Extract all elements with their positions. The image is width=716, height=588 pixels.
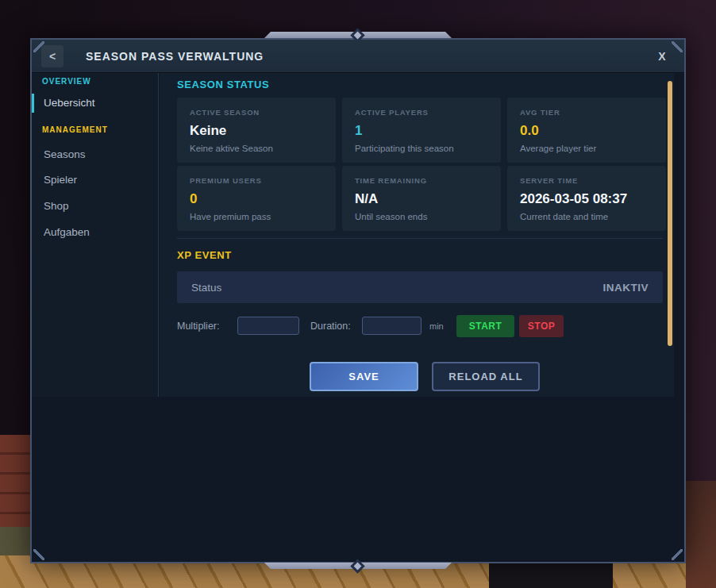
background-right-blocks [686,481,716,588]
sidebar: OVERVIEW Uebersicht MANAGEMENT Seasons S… [32,73,159,397]
minutes-unit-label: min [429,321,444,331]
stat-value: 0.0 [520,123,653,139]
stop-button[interactable]: STOP [519,315,564,337]
stat-desc: Average player tier [520,144,653,153]
stat-value: 0 [190,191,323,207]
close-button[interactable]: X [651,45,673,67]
corner-accent-bottom-right [672,549,683,560]
save-button[interactable]: SAVE [310,362,418,391]
season-status-heading: SEASON STATUS [177,79,269,90]
xp-status-badge: INAKTIV [603,282,649,294]
start-button[interactable]: START [456,315,514,337]
stat-card-grid: ACTIVE SEASON Keine Keine aktive Season … [177,98,666,231]
sidebar-section-overview: OVERVIEW [42,77,91,86]
stat-card-server-time: SERVER TIME 2026-03-05 08:37 Current dat… [507,166,666,231]
sidebar-item-aufgaben[interactable]: Aufgaben [32,223,159,242]
stat-value: N/A [355,191,488,207]
xp-status-row: Status INAKTIV [177,271,663,303]
multiplier-input[interactable] [237,317,299,335]
stat-desc: Current date and time [520,212,653,221]
duration-label: Duration: [310,321,351,332]
stat-card-active-players: ACTIVE PLAYERS 1 Participating this seas… [342,98,501,163]
scrollbar-thumb[interactable] [668,81,672,346]
corner-accent-top-right [672,41,683,52]
stat-card-active-season: ACTIVE SEASON Keine Keine aktive Season [177,98,336,163]
stat-label: ACTIVE SEASON [190,108,323,117]
stat-desc: Participating this season [355,144,488,153]
background-left-blocks [0,435,30,532]
page-title: SEASON PASS VERWALTUNG [86,40,264,73]
back-button[interactable]: < [41,45,64,67]
sidebar-item-shop[interactable]: Shop [32,197,159,216]
stat-card-premium-users: PREMIUM USERS 0 Have premium pass [177,166,336,231]
season-pass-window: < SEASON PASS VERWALTUNG X OVERVIEW Uebe… [30,38,686,563]
stat-card-time-remaining: TIME REMAINING N/A Until season ends [342,166,501,231]
duration-input[interactable] [362,317,422,335]
stat-desc: Keine aktive Season [190,144,323,153]
section-divider [177,238,663,239]
stat-label: TIME REMAINING [355,176,488,185]
reload-all-button[interactable]: RELOAD ALL [432,362,540,391]
corner-accent-top-left [33,41,44,52]
sidebar-section-management: MANAGEMENT [42,125,108,134]
stat-value: Keine [190,123,323,139]
stat-label: SERVER TIME [520,176,653,185]
stat-card-avg-tier: AVG TIER 0.0 Average player tier [507,98,666,163]
sidebar-item-seasons[interactable]: Seasons [32,145,159,164]
stat-label: AVG TIER [520,108,653,117]
stat-label: PREMIUM USERS [190,176,323,185]
sidebar-item-uebersicht[interactable]: Uebersicht [32,94,159,113]
main-content: SEASON STATUS ACTIVE SEASON Keine Keine … [160,73,674,397]
stat-value: 1 [355,123,488,139]
stat-value: 2026-03-05 08:37 [520,191,653,207]
xp-controls-row: Multiplier: Duration: min START STOP [177,315,663,339]
multiplier-label: Multiplier: [177,321,220,332]
title-bar: < SEASON PASS VERWALTUNG X [32,40,684,73]
sidebar-item-spieler[interactable]: Spieler [32,171,159,190]
stat-label: ACTIVE PLAYERS [355,108,488,117]
stat-desc: Have premium pass [190,212,323,221]
close-icon: X [658,50,665,63]
xp-status-label: Status [191,282,221,294]
back-chevron-icon: < [49,50,56,63]
stat-desc: Until season ends [355,212,488,221]
corner-accent-bottom-left [33,549,44,560]
xp-event-heading: XP EVENT [177,249,232,261]
